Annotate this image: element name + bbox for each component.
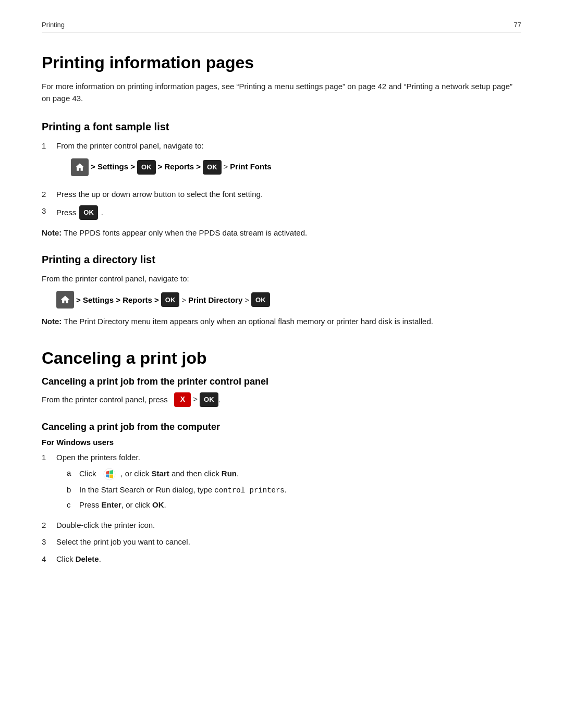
header-page-number: 77: [514, 21, 521, 29]
win-step1a-content: Click: [79, 467, 239, 481]
font-sample-step1: 1 From the printer control panel, naviga…: [42, 140, 521, 183]
ok-button-3[interactable]: OK: [79, 205, 98, 220]
win-step1: 1 Open the printers folder. a Click: [42, 452, 521, 514]
directory-intro: From the printer control panel, navigate…: [42, 273, 521, 285]
ok-button-cancel[interactable]: OK: [200, 392, 218, 407]
header-bar: Printing 77: [42, 21, 521, 32]
dir-nav-sep1: > Settings > Reports >: [76, 295, 159, 304]
section-font-sample: Printing a font sample list 1 From the p…: [42, 121, 521, 239]
win-step3: 3 Select the print job you want to cance…: [42, 536, 521, 548]
nav-sep1: > Settings >: [91, 161, 135, 173]
nav-sep3: >: [224, 161, 228, 173]
step3-content: Press OK.: [56, 205, 521, 220]
win-step2-content: Double-click the printer icon.: [56, 520, 521, 532]
win-step1a-and: and then click: [172, 469, 219, 478]
windows-logo-svg: [103, 468, 116, 480]
win-step1a-middle: , or click: [120, 469, 149, 478]
win-step4-bold: Delete: [76, 554, 99, 563]
section-cancel-panel: Canceling a print job from the printer c…: [42, 376, 521, 407]
win-step2-text: Double-click the printer icon.: [56, 521, 155, 529]
cancel-prefix: From the printer control panel, press: [42, 394, 168, 403]
home-icon-2: [60, 294, 70, 305]
win-step1c: c Press Enter, or click OK.: [67, 499, 521, 511]
win-step-num-2: 2: [42, 520, 56, 532]
win-step4: 4 Click Delete.: [42, 553, 521, 565]
chapter1-title: Printing information pages: [42, 53, 521, 72]
step3-press-inline: Press OK.: [56, 205, 103, 220]
note-font-sample: Note: The PPDS fonts appear only when th…: [42, 227, 521, 239]
win-step1-content: Open the printers folder. a Click: [56, 452, 521, 514]
page-container: Printing 77 Printing information pages F…: [0, 0, 563, 611]
win-step1c-bold1: Enter: [102, 500, 121, 509]
header-section-title: Printing: [42, 21, 65, 29]
step-number-3: 3: [42, 205, 56, 217]
windows-subsection: For Windows users 1 Open the printers fo…: [42, 438, 521, 565]
step-number-1: 1: [42, 140, 56, 152]
note-label-1: Note:: [42, 228, 62, 237]
step3-prefix: Press: [56, 207, 76, 219]
win-step1b: b In the Start Search or Run dialog, typ…: [67, 484, 521, 496]
win-step1-alpha: a Click: [67, 467, 521, 511]
nav-path-1: > Settings > OK > Reports > OK > Print F…: [71, 158, 521, 176]
alpha-b: b: [67, 484, 79, 496]
ok-button-1[interactable]: OK: [137, 160, 156, 175]
step-number-2: 2: [42, 189, 56, 201]
home-icon: [75, 162, 85, 172]
win-step1c-content: Press Enter, or click OK.: [79, 499, 166, 511]
font-sample-steps: 1 From the printer control panel, naviga…: [42, 140, 521, 220]
win-step1-text: Open the printers folder.: [56, 453, 140, 462]
win-step3-text: Select the print job you want to cancel.: [56, 537, 190, 546]
section-directory-list: Printing a directory list From the print…: [42, 254, 521, 328]
step1-text: From the printer control panel, navigate…: [56, 141, 204, 150]
svg-point-0: [104, 468, 115, 480]
chapter1-intro: For more information on printing informa…: [42, 81, 521, 104]
dir-nav-end-label: Print Directory: [188, 295, 242, 304]
x-button[interactable]: X: [174, 392, 191, 407]
dir-nav-sep2: >: [181, 295, 186, 304]
note-directory: Note: The Print Directory menu item appe…: [42, 316, 521, 328]
win-step1c-bold2: OK: [152, 500, 164, 509]
win-step-num-4: 4: [42, 553, 56, 565]
alpha-c: c: [67, 499, 79, 511]
ok-button-dir-2[interactable]: OK: [251, 292, 270, 307]
step1-content: From the printer control panel, navigate…: [56, 140, 521, 183]
step3-suffix: .: [101, 207, 103, 219]
nav-end-label: Print Fonts: [230, 161, 271, 173]
note-text-2: The Print Directory menu item appears on…: [64, 317, 433, 326]
ok-button-dir-1[interactable]: OK: [161, 292, 180, 307]
win-step1a-suffix: .: [237, 469, 239, 478]
win-step2: 2 Double-click the printer icon.: [42, 520, 521, 532]
cancel-nav-sep: >: [193, 393, 198, 405]
win-step4-content: Click Delete.: [56, 553, 521, 565]
win-step1a: a Click: [67, 467, 521, 481]
home-button[interactable]: [71, 158, 89, 176]
chapter2: Canceling a print job Canceling a print …: [42, 349, 521, 565]
ok-button-2[interactable]: OK: [203, 160, 222, 175]
chapter1: Printing information pages For more info…: [42, 53, 521, 328]
font-sample-step3: 3 Press OK.: [42, 205, 521, 220]
alpha-a: a: [67, 467, 79, 479]
win-step3-content: Select the print job you want to cancel.: [56, 536, 521, 548]
cancel-panel-heading: Canceling a print job from the printer c…: [42, 376, 521, 387]
win-step1b-code: control printers: [214, 486, 284, 495]
win-step1a-bold2: Run: [222, 469, 237, 478]
cancel-computer-heading: Canceling a print job from the computer: [42, 422, 521, 433]
win-step1b-content: In the Start Search or Run dialog, type …: [79, 484, 287, 496]
note-label-2: Note:: [42, 317, 62, 326]
dir-nav-sep3: >: [244, 295, 249, 304]
windows-steps: 1 Open the printers folder. a Click: [42, 452, 521, 565]
section-font-sample-heading: Printing a font sample list: [42, 121, 521, 133]
section-directory-heading: Printing a directory list: [42, 254, 521, 266]
home-button-2[interactable]: [56, 291, 74, 309]
cancel-inline-nav: X > OK: [174, 392, 218, 407]
windows-orb-icon: [103, 467, 116, 481]
nav-sep2: > Reports >: [158, 161, 201, 173]
win-step-num-1: 1: [42, 452, 56, 464]
note-text-1: The PPDS fonts appear only when the PPDS…: [64, 228, 307, 237]
nav-path-2: > Settings > Reports > OK > Print Direct…: [56, 291, 521, 309]
step2-text: Press the up or down arrow button to sel…: [56, 190, 263, 199]
win-step-num-3: 3: [42, 536, 56, 548]
step2-content: Press the up or down arrow button to sel…: [56, 189, 521, 201]
windows-heading: For Windows users: [42, 438, 521, 447]
font-sample-step2: 2 Press the up or down arrow button to s…: [42, 189, 521, 201]
